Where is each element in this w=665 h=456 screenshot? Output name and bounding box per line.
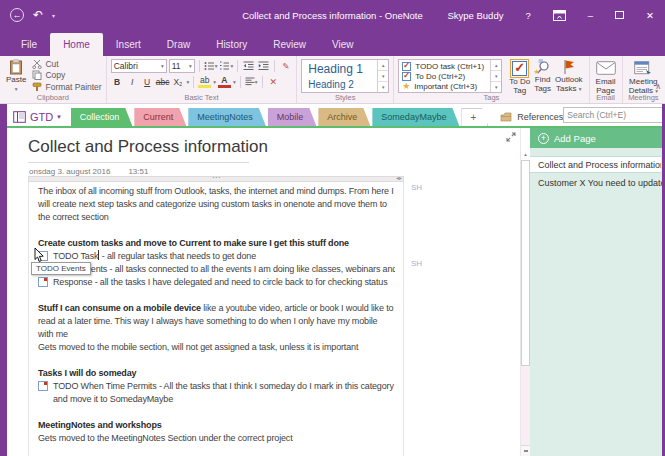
heading-someday[interactable]: Tasks I will do someday — [38, 367, 395, 380]
paragraph-meetingnotes[interactable]: Gets moved to the MeetingNotes Section u… — [38, 432, 395, 445]
signed-in-user[interactable]: Skype Buddy — [436, 0, 514, 30]
response-tag-icon[interactable] — [38, 277, 48, 287]
tab-home[interactable]: Home — [50, 33, 103, 56]
ribbon-display-options-button[interactable] — [542, 0, 577, 30]
add-page-button[interactable]: + Add Page — [530, 128, 662, 148]
tab-review[interactable]: Review — [260, 33, 319, 56]
scissors-icon — [32, 59, 42, 69]
section-tab-collection[interactable]: Collection — [71, 108, 133, 126]
customize-toolbar-caret-icon[interactable]: ▾ — [52, 12, 55, 19]
outline-body[interactable]: The inbox of all incoming stuff from Out… — [28, 182, 404, 456]
line-response[interactable]: Response - all the tasks I have delegate… — [38, 276, 395, 289]
line-when-time-permits[interactable]: TODO When Time Permits - All the tasks t… — [38, 380, 395, 406]
to-do-tag-button[interactable]: ✓ To Do Tag — [507, 58, 532, 92]
decrease-indent-button[interactable] — [242, 60, 255, 73]
paste-button[interactable]: Paste ▾ — [4, 58, 28, 92]
paragraph-mobile-note[interactable]: Gets moved to the mobile section, will n… — [38, 341, 395, 354]
text-highlight-button[interactable]: ab — [198, 75, 211, 88]
bullets-button[interactable]: ▾ — [204, 60, 218, 73]
page-list-item-selected[interactable]: Collect and Process information — [530, 156, 661, 173]
font-size-select[interactable]: 11 ▾ — [169, 59, 195, 73]
tags-group-label: Tags — [394, 93, 588, 103]
section-tab-meetingnotes[interactable]: MeetingNotes — [188, 108, 266, 126]
page-title[interactable]: Collect and Process information — [28, 137, 268, 157]
font-name-select[interactable]: Calibri ▾ — [111, 59, 167, 73]
when-time-permits-tag-icon[interactable] — [38, 381, 48, 391]
undo-icon[interactable]: ↶ — [33, 8, 43, 22]
vertical-scrollbar[interactable]: ▴ — [520, 128, 530, 456]
outlook-tasks-button[interactable]: Outlook Tasks ▾ — [553, 58, 585, 92]
help-button[interactable]: ? — [514, 0, 541, 30]
styles-scroll-up-icon[interactable]: ▴ — [378, 60, 388, 70]
numbering-button[interactable]: ▾ — [219, 60, 233, 73]
style-heading2[interactable]: Heading 2 — [302, 79, 377, 90]
close-button[interactable]: ✕ — [635, 0, 665, 30]
line-todo-task[interactable]: TODO Task - all regular tasks that needs… — [38, 250, 395, 263]
script-caret-icon[interactable]: ▾ — [186, 79, 189, 85]
tab-history[interactable]: History — [203, 33, 260, 56]
tags-more-icon[interactable]: ▾ — [491, 81, 501, 92]
scroll-up-icon[interactable]: ▴ — [521, 148, 530, 159]
line-todo-events[interactable]: ★ TODO Events - all tasks connected to a… — [38, 263, 395, 276]
heading-meetingnotes[interactable]: MeetingNotes and workshops — [38, 419, 395, 432]
subscript-button[interactable]: X₂ — [171, 75, 184, 88]
tags-scroll-down-icon[interactable]: ▾ — [491, 70, 501, 81]
tag-to-do[interactable]: ✓ To Do (Ctrl+2) — [399, 71, 490, 81]
maximize-button[interactable] — [604, 0, 635, 30]
bold-button[interactable]: B — [111, 75, 124, 88]
section-tab-somedaymaybe[interactable]: SomedayMaybe — [372, 108, 459, 126]
bullets-caret-icon: ▾ — [215, 63, 218, 69]
tags-scroll-up-icon[interactable]: ▴ — [491, 60, 501, 70]
scrollbar-thumb[interactable] — [521, 160, 530, 366]
styles-more-icon[interactable]: ▾ — [378, 81, 388, 92]
tab-file[interactable]: File — [8, 33, 50, 56]
copy-button[interactable]: Copy — [32, 70, 101, 80]
paste-label: Paste — [6, 76, 26, 85]
note-outline-container[interactable]: ⋯ ◂▸ The inbox of all incoming stuff fro… — [28, 176, 404, 456]
email-page-button[interactable]: Email Page — [594, 58, 618, 96]
highlight-caret-icon[interactable]: ▾ — [213, 79, 216, 85]
find-tags-button[interactable]: ★ Find Tags — [532, 58, 553, 92]
cut-button[interactable]: Cut — [32, 59, 101, 69]
styles-pen-button[interactable]: ✎ — [279, 60, 292, 73]
alignment-caret-icon: ▾ — [255, 79, 258, 85]
format-painter-button[interactable]: Format Painter — [32, 82, 101, 92]
underline-button[interactable]: U — [141, 75, 154, 88]
outline-drag-handle[interactable]: ⋯ ◂▸ — [28, 176, 404, 182]
search-input[interactable] — [564, 110, 665, 120]
scroll-down-button[interactable] — [521, 445, 530, 456]
tab-draw[interactable]: Draw — [154, 33, 203, 56]
paragraph-mobile[interactable]: Stuff I can consume on a mobile device l… — [38, 302, 395, 341]
strikethrough-button[interactable]: abc — [156, 75, 170, 88]
tag-todo-task[interactable]: ✓ TODO task (Ctrl+1) — [399, 61, 490, 71]
section-group-references[interactable]: References — [500, 112, 563, 126]
increase-indent-button[interactable] — [257, 60, 270, 73]
section-tab-mobile[interactable]: Mobile — [268, 108, 317, 126]
tab-insert[interactable]: Insert — [103, 33, 154, 56]
back-icon[interactable]: ← — [10, 8, 24, 22]
page-canvas[interactable]: Collect and Process information onsdag 3… — [7, 128, 520, 456]
outline-resize-icon[interactable]: ◂▸ — [396, 175, 402, 181]
new-section-button[interactable]: + — [461, 108, 488, 126]
paragraph-intro[interactable]: The inbox of all incoming stuff from Out… — [38, 185, 395, 224]
collapse-ribbon-button[interactable]: ∧ — [655, 82, 661, 91]
clear-formatting-button[interactable]: ✕ — [267, 75, 280, 88]
font-color-caret-icon[interactable]: ▾ — [233, 79, 236, 85]
paragraph-alignment-button[interactable]: ▾ — [245, 75, 258, 88]
tab-view[interactable]: View — [319, 33, 367, 56]
minimize-button[interactable]: – — [577, 0, 604, 30]
main-area: Collect and Process information onsdag 3… — [0, 128, 665, 456]
full-page-view-button[interactable] — [505, 131, 517, 143]
font-color-button[interactable]: A — [218, 75, 231, 88]
italic-button[interactable]: I — [126, 75, 139, 88]
scrollbar-track[interactable] — [521, 366, 530, 445]
section-tab-current[interactable]: Current — [134, 108, 186, 126]
page-list-item[interactable]: Customer X You need to update t — [530, 174, 662, 191]
notebook-dropdown[interactable]: GTD ▾ — [7, 111, 71, 126]
tag-important[interactable]: ★ Important (Ctrl+3) — [399, 81, 490, 91]
blank-line — [38, 224, 395, 237]
section-tab-archive[interactable]: Archive — [318, 108, 370, 126]
styles-scroll-down-icon[interactable]: ▾ — [378, 70, 388, 81]
heading-create-custom-tasks[interactable]: Create custom tasks and move to Current … — [38, 237, 395, 250]
style-heading1[interactable]: Heading 1 — [302, 62, 377, 76]
